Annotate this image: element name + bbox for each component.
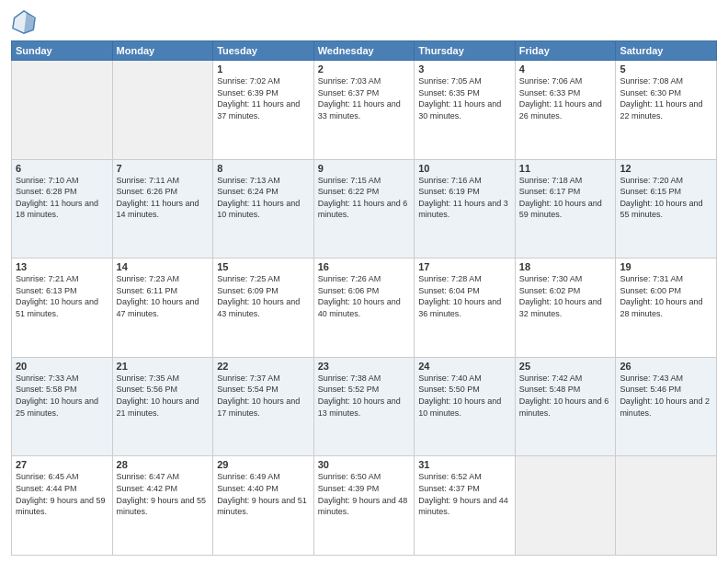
weekday-header-friday: Friday [515, 41, 616, 61]
day-info: Sunrise: 6:45 AMSunset: 4:44 PMDaylight:… [16, 471, 108, 517]
day-info: Sunrise: 7:08 AMSunset: 6:30 PMDaylight:… [620, 75, 712, 121]
calendar-cell: 1Sunrise: 7:02 AMSunset: 6:39 PMDaylight… [213, 61, 314, 160]
day-number: 24 [418, 361, 511, 372]
day-info: Sunrise: 7:28 AMSunset: 6:04 PMDaylight:… [418, 273, 511, 319]
calendar-cell: 28Sunrise: 6:47 AMSunset: 4:42 PMDayligh… [112, 456, 213, 556]
day-info: Sunrise: 7:42 AMSunset: 5:48 PMDaylight:… [519, 373, 612, 419]
day-info: Sunrise: 7:03 AMSunset: 6:37 PMDaylight:… [318, 75, 411, 121]
day-number: 22 [217, 361, 310, 372]
calendar-cell [12, 61, 113, 160]
calendar-table: SundayMondayTuesdayWednesdayThursdayFrid… [11, 40, 717, 556]
calendar-cell: 22Sunrise: 7:37 AMSunset: 5:54 PMDayligh… [213, 357, 314, 456]
day-info: Sunrise: 7:16 AMSunset: 6:19 PMDaylight:… [418, 175, 511, 221]
day-info: Sunrise: 6:52 AMSunset: 4:37 PMDaylight:… [418, 471, 511, 517]
header [11, 9, 717, 35]
calendar-cell: 17Sunrise: 7:28 AMSunset: 6:04 PMDayligh… [415, 259, 516, 358]
day-number: 2 [318, 63, 411, 75]
day-number: 27 [16, 459, 108, 470]
calendar-cell: 5Sunrise: 7:08 AMSunset: 6:30 PMDaylight… [616, 61, 717, 160]
week-row-3: 13Sunrise: 7:21 AMSunset: 6:13 PMDayligh… [12, 259, 717, 358]
day-number: 17 [418, 261, 511, 272]
day-number: 9 [318, 163, 411, 174]
calendar-cell: 7Sunrise: 7:11 AMSunset: 6:26 PMDaylight… [112, 159, 213, 259]
logo [11, 9, 40, 35]
calendar-cell: 23Sunrise: 7:38 AMSunset: 5:52 PMDayligh… [313, 357, 415, 456]
week-row-5: 27Sunrise: 6:45 AMSunset: 4:44 PMDayligh… [12, 456, 717, 556]
day-info: Sunrise: 7:18 AMSunset: 6:17 PMDaylight:… [519, 175, 612, 221]
day-info: Sunrise: 6:50 AMSunset: 4:39 PMDaylight:… [318, 471, 411, 517]
calendar-cell: 26Sunrise: 7:43 AMSunset: 5:46 PMDayligh… [616, 357, 717, 456]
day-number: 8 [217, 163, 310, 174]
weekday-header-thursday: Thursday [415, 41, 516, 61]
calendar-cell: 25Sunrise: 7:42 AMSunset: 5:48 PMDayligh… [515, 357, 616, 456]
calendar-cell [616, 456, 717, 556]
day-number: 26 [620, 361, 712, 372]
day-info: Sunrise: 7:02 AMSunset: 6:39 PMDaylight:… [217, 75, 310, 121]
weekday-header-monday: Monday [112, 41, 213, 61]
weekday-header-wednesday: Wednesday [313, 41, 415, 61]
day-number: 31 [418, 459, 511, 470]
day-info: Sunrise: 7:10 AMSunset: 6:28 PMDaylight:… [16, 175, 108, 221]
day-info: Sunrise: 7:06 AMSunset: 6:33 PMDaylight:… [519, 75, 612, 121]
calendar-cell: 11Sunrise: 7:18 AMSunset: 6:17 PMDayligh… [515, 159, 616, 259]
calendar-cell: 9Sunrise: 7:15 AMSunset: 6:22 PMDaylight… [313, 159, 415, 259]
weekday-header-sunday: Sunday [12, 41, 113, 61]
day-info: Sunrise: 7:23 AMSunset: 6:11 PMDaylight:… [117, 273, 210, 319]
day-number: 20 [16, 361, 108, 372]
week-row-4: 20Sunrise: 7:33 AMSunset: 5:58 PMDayligh… [12, 357, 717, 456]
day-number: 3 [418, 63, 511, 75]
day-info: Sunrise: 7:21 AMSunset: 6:13 PMDaylight:… [16, 273, 108, 319]
day-info: Sunrise: 6:49 AMSunset: 4:40 PMDaylight:… [217, 471, 310, 517]
calendar-cell: 29Sunrise: 6:49 AMSunset: 4:40 PMDayligh… [213, 456, 314, 556]
day-number: 10 [418, 163, 511, 174]
day-number: 1 [217, 63, 310, 75]
logo-icon [11, 9, 37, 35]
day-info: Sunrise: 7:15 AMSunset: 6:22 PMDaylight:… [318, 175, 411, 221]
weekday-header-saturday: Saturday [616, 41, 717, 61]
day-number: 7 [117, 163, 210, 174]
day-number: 4 [519, 63, 612, 75]
week-row-1: 1Sunrise: 7:02 AMSunset: 6:39 PMDaylight… [12, 61, 717, 160]
day-info: Sunrise: 7:33 AMSunset: 5:58 PMDaylight:… [16, 373, 108, 419]
day-number: 30 [318, 459, 411, 470]
day-info: Sunrise: 7:38 AMSunset: 5:52 PMDaylight:… [318, 373, 411, 419]
calendar-cell: 20Sunrise: 7:33 AMSunset: 5:58 PMDayligh… [12, 357, 113, 456]
day-number: 28 [117, 459, 210, 470]
calendar-cell: 3Sunrise: 7:05 AMSunset: 6:35 PMDaylight… [415, 61, 516, 160]
calendar-cell: 14Sunrise: 7:23 AMSunset: 6:11 PMDayligh… [112, 259, 213, 358]
day-number: 14 [117, 261, 210, 272]
calendar-cell: 27Sunrise: 6:45 AMSunset: 4:44 PMDayligh… [12, 456, 113, 556]
weekday-header-row: SundayMondayTuesdayWednesdayThursdayFrid… [12, 41, 717, 61]
day-number: 23 [318, 361, 411, 372]
day-number: 18 [519, 261, 612, 272]
day-number: 19 [620, 261, 712, 272]
calendar-cell: 31Sunrise: 6:52 AMSunset: 4:37 PMDayligh… [415, 456, 516, 556]
calendar-cell: 8Sunrise: 7:13 AMSunset: 6:24 PMDaylight… [213, 159, 314, 259]
calendar-cell [112, 61, 213, 160]
day-number: 15 [217, 261, 310, 272]
page: SundayMondayTuesdayWednesdayThursdayFrid… [0, 0, 728, 563]
calendar-cell: 18Sunrise: 7:30 AMSunset: 6:02 PMDayligh… [515, 259, 616, 358]
day-number: 29 [217, 459, 310, 470]
calendar-cell: 2Sunrise: 7:03 AMSunset: 6:37 PMDaylight… [313, 61, 415, 160]
day-info: Sunrise: 7:35 AMSunset: 5:56 PMDaylight:… [117, 373, 210, 419]
day-info: Sunrise: 7:20 AMSunset: 6:15 PMDaylight:… [620, 175, 712, 221]
day-info: Sunrise: 7:11 AMSunset: 6:26 PMDaylight:… [117, 175, 210, 221]
calendar-cell: 4Sunrise: 7:06 AMSunset: 6:33 PMDaylight… [515, 61, 616, 160]
day-info: Sunrise: 7:31 AMSunset: 6:00 PMDaylight:… [620, 273, 712, 319]
day-number: 5 [620, 63, 712, 75]
calendar-cell: 15Sunrise: 7:25 AMSunset: 6:09 PMDayligh… [213, 259, 314, 358]
calendar-cell: 6Sunrise: 7:10 AMSunset: 6:28 PMDaylight… [12, 159, 113, 259]
day-info: Sunrise: 7:40 AMSunset: 5:50 PMDaylight:… [418, 373, 511, 419]
calendar-cell [515, 456, 616, 556]
calendar-cell: 10Sunrise: 7:16 AMSunset: 6:19 PMDayligh… [415, 159, 516, 259]
day-info: Sunrise: 7:30 AMSunset: 6:02 PMDaylight:… [519, 273, 612, 319]
day-info: Sunrise: 6:47 AMSunset: 4:42 PMDaylight:… [117, 471, 210, 517]
day-number: 16 [318, 261, 411, 272]
day-info: Sunrise: 7:05 AMSunset: 6:35 PMDaylight:… [418, 75, 511, 121]
week-row-2: 6Sunrise: 7:10 AMSunset: 6:28 PMDaylight… [12, 159, 717, 259]
day-number: 21 [117, 361, 210, 372]
day-info: Sunrise: 7:26 AMSunset: 6:06 PMDaylight:… [318, 273, 411, 319]
weekday-header-tuesday: Tuesday [213, 41, 314, 61]
day-number: 13 [16, 261, 108, 272]
